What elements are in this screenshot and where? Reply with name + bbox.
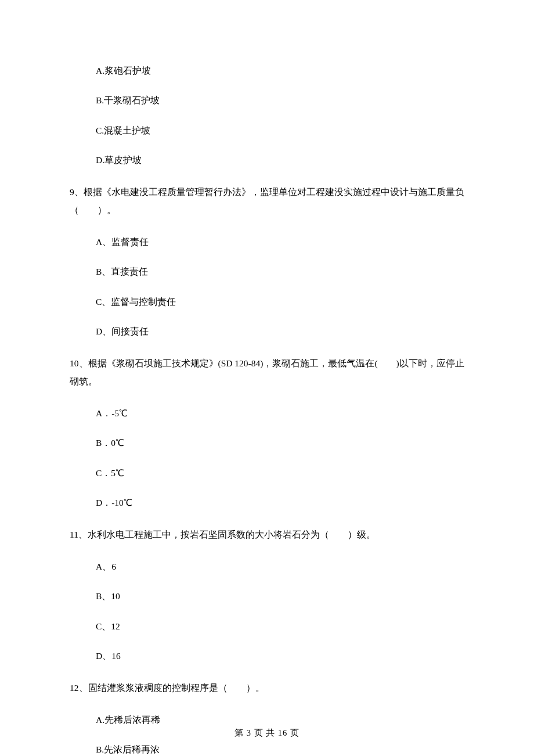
q12-option-a: A.先稀后浓再稀	[96, 713, 464, 726]
q11-text: 11、水利水电工程施工中，按岩石坚固系数的大小将岩石分为（ ）级。	[70, 525, 464, 543]
q10-text: 10、根据《浆砌石坝施工技术规定》(SD 120-84)，浆砌石施工，最低气温在…	[70, 354, 464, 390]
q9-option-c: C、监督与控制责任	[96, 295, 464, 308]
q10-option-c: C．5℃	[96, 466, 464, 480]
q11-option-d: D、16	[96, 649, 464, 663]
q8-option-c: C.混凝土护坡	[96, 124, 464, 137]
q9-option-a: A、监督责任	[96, 235, 464, 249]
q11-option-a: A、6	[96, 560, 464, 573]
q12-text: 12、固结灌浆浆液稠度的控制程序是（ ）。	[70, 679, 464, 697]
q8-option-b: B.干浆砌石护坡	[96, 93, 464, 107]
q10-option-a: A．-5℃	[96, 406, 464, 420]
page-footer: 第 3 页 共 16 页	[0, 728, 534, 739]
q12-option-b: B.先浓后稀再浓	[96, 743, 464, 756]
q8-option-a: A.浆砲石护坡	[96, 64, 464, 77]
q10-option-b: B．0℃	[96, 436, 464, 449]
q9-option-b: B、直接责任	[96, 265, 464, 278]
q8-option-d: D.草皮护坡	[96, 153, 464, 167]
page-content: A.浆砲石护坡 B.干浆砌石护坡 C.混凝土护坡 D.草皮护坡 9、根据《水电建…	[0, 0, 534, 756]
q9-option-d: D、间接责任	[96, 325, 464, 338]
q10-option-d: D．-10℃	[96, 496, 464, 509]
q11-option-b: B、10	[96, 589, 464, 603]
q11-option-c: C、12	[96, 620, 464, 633]
q9-text: 9、根据《水电建没工程质量管理暂行办法》，监理单位对工程建没实施过程中设计与施工…	[70, 183, 464, 219]
